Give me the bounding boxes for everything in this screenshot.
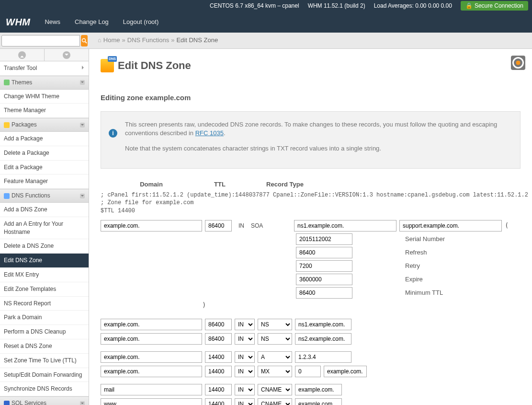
- collapse-up-button[interactable]: [0, 49, 45, 61]
- soa-expire-input[interactable]: [296, 274, 352, 285]
- record-type-select[interactable]: MX: [258, 366, 292, 377]
- record-value-input[interactable]: [295, 384, 342, 395]
- soa-class: IN: [235, 222, 248, 230]
- svg-line-1: [85, 42, 87, 43]
- record-domain-input[interactable]: [101, 398, 202, 405]
- record-value-input[interactable]: [295, 333, 351, 345]
- record-ttl-input[interactable]: [205, 366, 232, 377]
- sidebar-item[interactable]: Feature Manager: [0, 174, 89, 189]
- nav-changelog[interactable]: Change Log: [75, 18, 109, 26]
- search-input[interactable]: [1, 35, 80, 46]
- collapse-down-button[interactable]: [45, 49, 89, 61]
- record-value-input[interactable]: [324, 366, 367, 377]
- sidebar-item[interactable]: Perform a DNS Cleanup: [0, 325, 89, 339]
- record-domain-input[interactable]: [101, 384, 202, 395]
- dns-record-row: INA: [101, 351, 521, 363]
- record-ttl-input[interactable]: [205, 384, 232, 395]
- crumb-dns[interactable]: DNS Functions: [127, 36, 169, 45]
- sidebar-item[interactable]: Park a Domain: [0, 311, 89, 325]
- nav-news[interactable]: News: [45, 18, 60, 26]
- dns-record-row: INCNAME: [101, 398, 521, 405]
- chevron-down-icon: [80, 194, 85, 198]
- record-ttl-input[interactable]: [205, 319, 232, 330]
- soa-ttl-input[interactable]: [205, 220, 232, 231]
- record-mx-priority-input[interactable]: [295, 366, 321, 377]
- record-value-input[interactable]: [295, 319, 351, 330]
- record-value-input[interactable]: [295, 351, 351, 363]
- soa-refresh-input[interactable]: [296, 247, 352, 258]
- record-class-select[interactable]: IN: [235, 319, 255, 330]
- sidebar-item[interactable]: Add a DNS Zone: [0, 203, 89, 217]
- record-class-select[interactable]: IN: [235, 366, 255, 377]
- record-domain-input[interactable]: [101, 333, 202, 345]
- sidebar-category[interactable]: Packages: [0, 118, 89, 132]
- rfc-link[interactable]: RFC 1035: [195, 129, 224, 137]
- record-class-select[interactable]: IN: [235, 384, 255, 395]
- crumb-home[interactable]: Home: [103, 36, 120, 45]
- sidebar-category[interactable]: DNS Functions: [0, 189, 89, 203]
- record-domain-input[interactable]: [101, 351, 202, 363]
- soa-minttl-input[interactable]: [296, 287, 352, 299]
- record-value-input[interactable]: [295, 398, 342, 405]
- sidebar-item[interactable]: Theme Manager: [0, 104, 89, 118]
- sidebar-item[interactable]: Set Zone Time To Live (TTL): [0, 354, 89, 368]
- record-type-select[interactable]: CNAME: [258, 384, 292, 395]
- sidebar-item[interactable]: Add an A Entry for Your Hostname: [0, 217, 89, 240]
- record-class-select[interactable]: IN: [235, 398, 255, 405]
- soa-email-input[interactable]: [399, 220, 502, 231]
- sidebar-item[interactable]: Transfer Tool: [0, 61, 89, 76]
- record-class-select[interactable]: IN: [235, 333, 255, 345]
- toolbar: ⌂ Home » DNS Functions » Edit DNS Zone: [0, 33, 532, 49]
- sidebar-item[interactable]: Change WHM Theme: [0, 90, 89, 104]
- info-box: i This screen presents raw, undecoded DN…: [101, 111, 521, 169]
- sidebar-item[interactable]: Reset a DNS Zone: [0, 339, 89, 354]
- nav-logout[interactable]: Logout (root): [123, 18, 158, 26]
- sidebar-item[interactable]: Add a Package: [0, 132, 89, 146]
- sidebar-category[interactable]: Themes: [0, 76, 89, 90]
- record-type-select[interactable]: NS: [258, 333, 292, 345]
- record-ttl-input[interactable]: [205, 351, 232, 363]
- sidebar-item[interactable]: Delete a Package: [0, 146, 89, 161]
- category-icon: [4, 193, 10, 199]
- col-record: Record Type: [259, 180, 311, 189]
- col-domain: Domain: [101, 180, 202, 189]
- soa-retry-label: Retry: [405, 262, 420, 270]
- sidebar-item[interactable]: Edit a Package: [0, 161, 89, 175]
- soa-retry-input[interactable]: [296, 260, 352, 272]
- page-subtitle: Editing zone example.com: [101, 93, 521, 103]
- soa-domain-input[interactable]: [101, 220, 202, 231]
- sidebar: Transfer ToolThemesChange WHM ThemeTheme…: [0, 49, 89, 405]
- breadcrumb: ⌂ Home » DNS Functions » Edit DNS Zone: [89, 36, 218, 45]
- chevron-down-icon: [80, 401, 85, 405]
- record-type-select[interactable]: A: [258, 351, 292, 363]
- svg-point-0: [82, 38, 86, 42]
- whm-logo[interactable]: WHM: [6, 15, 30, 29]
- col-ttl: TTL: [205, 180, 235, 189]
- record-type-select[interactable]: CNAME: [258, 398, 292, 405]
- sidebar-item[interactable]: Edit Zone Templates: [0, 282, 89, 297]
- soa-minttl-label: Minimum TTL: [405, 289, 443, 297]
- record-type-select[interactable]: NS: [258, 319, 292, 330]
- home-icon[interactable]: ⌂: [98, 36, 102, 45]
- record-class-select[interactable]: IN: [235, 351, 255, 363]
- sidebar-item[interactable]: NS Record Report: [0, 297, 89, 311]
- soa-serial-input[interactable]: [296, 233, 352, 245]
- soa-row: IN SOA (: [101, 220, 521, 231]
- sidebar-item[interactable]: Delete a DNS Zone: [0, 239, 89, 254]
- help-button[interactable]: [511, 56, 525, 70]
- record-domain-input[interactable]: [101, 319, 202, 330]
- chevron-down-icon: [80, 123, 85, 127]
- dns-record-row: INNS: [101, 333, 521, 345]
- sidebar-item[interactable]: Edit MX Entry: [0, 268, 89, 282]
- record-ttl-input[interactable]: [205, 398, 232, 405]
- sidebar-item[interactable]: Synchronize DNS Records: [0, 382, 89, 396]
- sidebar-item[interactable]: Setup/Edit Domain Forwarding: [0, 368, 89, 382]
- record-ttl-input[interactable]: [205, 333, 232, 345]
- sidebar-category[interactable]: SQL Services: [0, 396, 89, 405]
- record-domain-input[interactable]: [101, 366, 202, 377]
- soa-ns-input[interactable]: [294, 220, 396, 231]
- dns-record-row: INMX: [101, 366, 521, 377]
- soa-expire-label: Expire: [405, 275, 423, 284]
- search-button[interactable]: [81, 35, 88, 46]
- sidebar-item[interactable]: Edit DNS Zone: [0, 254, 89, 268]
